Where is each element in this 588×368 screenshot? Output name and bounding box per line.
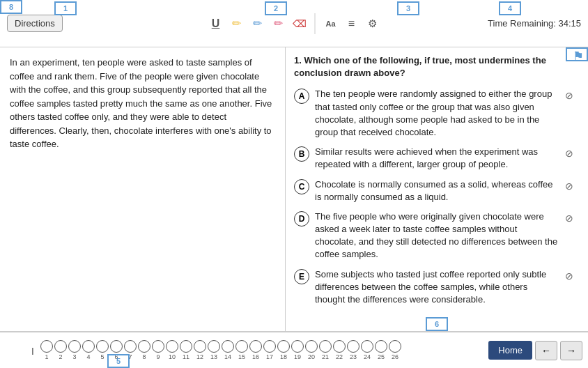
dot-circle-5: [96, 340, 109, 353]
dot-label-22: 22: [336, 353, 343, 360]
option-d-strikethrough[interactable]: ⊘: [562, 210, 577, 226]
settings-tool[interactable]: ⚙: [363, 14, 382, 33]
font-size-tool[interactable]: Aa: [321, 14, 341, 33]
option-a-circle[interactable]: A: [294, 89, 309, 104]
dot-circle-22: [333, 340, 346, 353]
dot-circle-14: [222, 340, 234, 353]
option-a-strikethrough[interactable]: ⊘: [562, 88, 577, 103]
dot-circle-7: [124, 340, 137, 353]
dot-label-20: 20: [308, 353, 315, 360]
option-d: D The five people who were originally gi…: [294, 210, 580, 261]
option-e-circle[interactable]: E: [294, 269, 309, 284]
dot-label-11: 11: [183, 353, 189, 360]
eraser-tool[interactable]: ⌫: [290, 14, 309, 33]
flag-icon[interactable]: ⚑: [573, 49, 584, 64]
dot-label-2: 2: [59, 353, 62, 360]
dot-25[interactable]: 25: [375, 340, 387, 360]
dot-label-5: 5: [100, 353, 104, 360]
dot-10[interactable]: 10: [166, 340, 178, 360]
dot-label-4: 4: [86, 353, 90, 360]
dot-label-21: 21: [322, 353, 329, 360]
dot-label-26: 26: [392, 353, 399, 360]
dot-17[interactable]: 17: [263, 340, 276, 360]
dot-6[interactable]: 6: [110, 340, 123, 360]
dot-label-14: 14: [224, 353, 231, 360]
dot-20[interactable]: 20: [305, 340, 318, 360]
dot-label-3: 3: [72, 353, 76, 360]
option-d-circle[interactable]: D: [294, 211, 309, 227]
dot-7[interactable]: 7: [124, 340, 137, 360]
dot-2[interactable]: 2: [54, 340, 67, 360]
dot-15[interactable]: 15: [235, 340, 248, 360]
time-remaining: Time Remaining: 34:15: [488, 18, 581, 29]
dot-9[interactable]: 9: [152, 340, 164, 360]
dot-12[interactable]: 12: [194, 340, 206, 360]
option-c-circle[interactable]: C: [294, 179, 309, 194]
dot-circle-3: [68, 340, 81, 353]
dot-24[interactable]: 24: [361, 340, 373, 360]
dot-tick: |: [26, 344, 39, 357]
dot-circle-1: [40, 340, 53, 353]
dot-circle-11: [180, 340, 192, 353]
question-area: ⚑ 7 1. Which one of the following, if tr…: [286, 47, 588, 331]
dot-item-tick[interactable]: |: [26, 344, 39, 357]
dot-label-17: 17: [266, 353, 273, 360]
option-e-strikethrough[interactable]: ⊘: [562, 268, 577, 284]
toolbar-center: U ✏ ✏ ✏ ⌫ Aa ≡ ⚙: [206, 13, 382, 34]
underline-tool[interactable]: U: [206, 14, 226, 33]
option-a-text: The ten people were randomly assigned to…: [315, 88, 580, 139]
option-b-circle[interactable]: B: [294, 146, 309, 162]
dot-11[interactable]: 11: [180, 340, 192, 360]
dot-label-13: 13: [210, 353, 217, 360]
dot-16[interactable]: 16: [249, 340, 262, 360]
dot-22[interactable]: 22: [333, 340, 346, 360]
dot-label-9: 9: [156, 353, 160, 360]
dot-3[interactable]: 3: [68, 340, 81, 360]
dot-4[interactable]: 4: [82, 340, 95, 360]
prev-button[interactable]: ←: [535, 341, 557, 360]
option-a: A The ten people were randomly assigned …: [294, 88, 580, 139]
line-spacing-tool[interactable]: ≡: [342, 14, 362, 33]
dot-23[interactable]: 23: [347, 340, 359, 360]
dot-21[interactable]: 21: [319, 340, 332, 360]
dot-1[interactable]: 1: [40, 340, 53, 360]
home-button[interactable]: Home: [488, 341, 532, 360]
dot-circle-6: [110, 340, 123, 353]
dot-circle-4: [82, 340, 95, 353]
dot-label-23: 23: [350, 353, 357, 360]
dot-circle-12: [194, 340, 206, 353]
dot-13[interactable]: 13: [208, 340, 220, 360]
pencil-yellow-tool[interactable]: ✏: [227, 14, 247, 33]
dot-circle-18: [277, 340, 290, 353]
annotation-3: 3: [397, 1, 419, 15]
option-b-strikethrough[interactable]: ⊘: [562, 146, 577, 161]
dot-circle-26: [389, 340, 401, 353]
passage-text: In an experiment, ten people were asked …: [10, 57, 272, 149]
dot-label-6: 6: [114, 353, 118, 360]
dot-5[interactable]: 5: [96, 340, 109, 360]
option-b: B Similar results were achieved when the…: [294, 146, 580, 171]
dot-19[interactable]: 19: [291, 340, 304, 360]
dot-circle-10: [166, 340, 178, 353]
content-area: 5 In an experiment, ten people were aske…: [0, 47, 588, 332]
dot-circle-16: [249, 340, 262, 353]
dot-26[interactable]: 26: [389, 340, 401, 360]
option-e-text: Some subjects who tasted just coffee rep…: [315, 268, 580, 307]
dot-14[interactable]: 14: [222, 340, 234, 360]
dot-8[interactable]: 8: [138, 340, 150, 360]
dot-18[interactable]: 18: [277, 340, 290, 360]
next-button[interactable]: →: [560, 341, 582, 360]
dot-circle-17: [263, 340, 276, 353]
toolbar: 1 Directions 2 3 4 U ✏ ✏ ✏ ⌫ Aa ≡ ⚙ Time…: [0, 0, 588, 47]
option-b-text: Similar results were achieved when the e…: [315, 146, 580, 171]
directions-button[interactable]: Directions: [7, 15, 63, 32]
dot-circle-20: [305, 340, 318, 353]
pencil-blue-tool[interactable]: ✏: [248, 14, 268, 33]
question-text: 1. Which one of the following, if true, …: [294, 54, 580, 79]
option-c-strikethrough[interactable]: ⊘: [562, 178, 577, 194]
dot-circle-24: [361, 340, 373, 353]
dot-label-12: 12: [196, 353, 203, 360]
option-c: C Chocolate is normally consumed as a so…: [294, 178, 580, 204]
pencil-pink-tool[interactable]: ✏: [269, 14, 288, 33]
dot-circle-25: [375, 340, 387, 353]
